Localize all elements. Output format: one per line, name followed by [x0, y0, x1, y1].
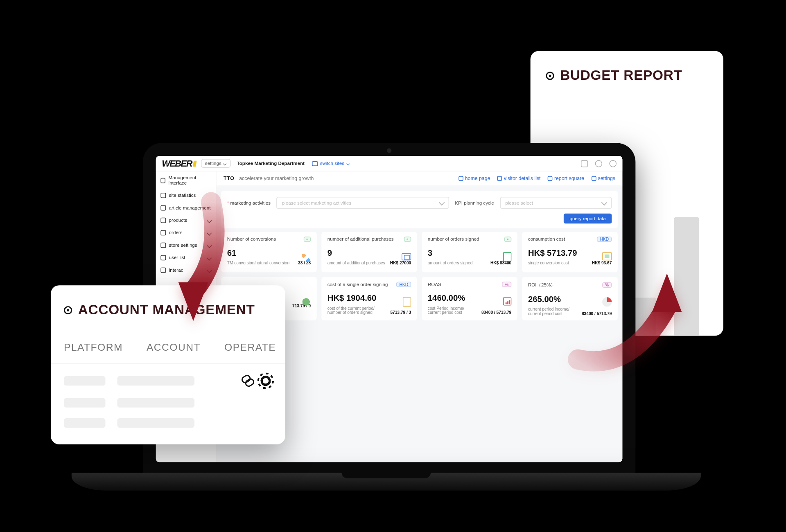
report-icon	[548, 176, 553, 181]
gear-icon[interactable]	[259, 374, 272, 388]
placeholder	[117, 376, 194, 385]
tto-badge: TTO	[224, 176, 235, 182]
person-coin-icon	[301, 297, 311, 307]
chevron-down-icon	[223, 162, 227, 165]
topbar: WEBER settings Topkee Marketing Departme…	[156, 156, 623, 171]
account-title: ACCOUNT MANAGEMENT	[78, 302, 255, 318]
sidebar-item-article[interactable]: article management	[156, 202, 216, 214]
money-icon	[602, 252, 612, 260]
box-icon	[160, 218, 166, 223]
card-additional: number of additional purchases▫ 9 amount…	[321, 232, 417, 273]
home-icon	[458, 176, 463, 181]
placeholder	[64, 376, 105, 385]
card-roi: ROI（25%）% 265.00% current period income/…	[522, 277, 617, 320]
card-value: HK$ 1904.60	[328, 293, 411, 302]
count-tag: ▫	[504, 237, 511, 242]
logo: WEBER	[162, 158, 196, 169]
count-tag: ▫	[404, 237, 411, 242]
chevron-down-icon	[207, 230, 212, 235]
link-reports[interactable]: report square	[548, 176, 584, 182]
card-value: HK$ 5713.79	[528, 248, 612, 257]
link-icon[interactable]	[242, 374, 255, 388]
bullet-icon	[546, 71, 554, 79]
table-row	[64, 418, 272, 428]
monitor-icon	[312, 161, 318, 166]
account-headers: PLATFORM ACCOUNT OPERATE	[64, 342, 272, 354]
card-single-order: cost of a single order signingHKD HK$ 19…	[321, 277, 417, 320]
sidebar-item-products[interactable]: products	[156, 214, 216, 226]
card-value: 1460.00%	[428, 293, 511, 302]
laptop-base	[72, 473, 701, 491]
gear-icon[interactable]	[610, 160, 617, 167]
gear-icon	[592, 176, 596, 181]
link-home[interactable]: home page	[458, 176, 490, 182]
sidebar-item-orders[interactable]: orders	[156, 227, 216, 239]
bullet-icon	[64, 306, 72, 314]
sidebar-item-interac[interactable]: interac	[156, 264, 216, 276]
settings-label: settings	[205, 161, 221, 166]
placeholder	[64, 398, 105, 408]
card-consumption: consumption costHKD HK$ 5713.79 single c…	[522, 232, 617, 273]
link-visitors[interactable]: visitor details list	[497, 176, 541, 182]
switch-sites-label: switch sites	[320, 161, 344, 166]
sidebar-item-userlist[interactable]: user list	[156, 251, 216, 264]
home-icon	[160, 178, 165, 183]
settings-dropdown[interactable]: settings	[201, 159, 231, 168]
th-account: ACCOUNT	[147, 342, 201, 354]
help-icon[interactable]	[595, 160, 602, 167]
chevron-down-icon	[207, 218, 212, 223]
card-conversions: Number of conversions▫ 61 TM conversion/…	[221, 232, 316, 273]
pct-tag: %	[602, 282, 612, 288]
cart-icon	[402, 253, 411, 260]
divider	[51, 363, 285, 363]
chart-icon	[160, 193, 166, 198]
interact-icon	[160, 268, 166, 273]
budget-title: BUDGET REPORT	[560, 68, 682, 83]
placeholder	[117, 418, 194, 428]
share-icon[interactable]	[581, 160, 588, 167]
query-button[interactable]: query report data	[564, 214, 612, 224]
bar	[674, 217, 699, 336]
store-icon	[160, 243, 166, 248]
rings-icon	[300, 252, 311, 263]
card-roas: ROAS% 1460.00% cost Period income/ curre…	[422, 277, 517, 320]
pie-icon	[602, 297, 612, 307]
kpi-select[interactable]: please select	[500, 197, 612, 209]
contract-icon	[403, 297, 411, 307]
sidebar-item-management[interactable]: Management interface	[156, 171, 216, 189]
placeholder	[64, 418, 105, 428]
chevron-down-icon	[207, 255, 212, 260]
link-settings[interactable]: settings	[592, 176, 615, 182]
tagline: accelerate your marketing growth	[239, 176, 314, 182]
org-name: Topkee Marketing Department	[237, 161, 305, 166]
bag-icon	[160, 230, 166, 235]
card-orders: number of orders signed▫ 3 amount of ord…	[422, 232, 517, 273]
card-value: 3	[428, 248, 511, 257]
marketing-select[interactable]: please select marketing activities	[277, 197, 449, 209]
doc-check-icon	[503, 252, 511, 261]
chevron-down-icon	[207, 243, 212, 248]
sidebar-item-store[interactable]: store settings	[156, 239, 216, 251]
marketing-label: marketing activities	[227, 200, 271, 205]
table-row	[64, 398, 272, 408]
hkd-tag: HKD	[396, 282, 411, 287]
barchart-icon	[503, 297, 511, 305]
table-row	[64, 374, 272, 388]
user-icon	[160, 255, 166, 260]
pct-tag: %	[502, 282, 512, 287]
camera-dot	[387, 148, 392, 153]
th-operate: OPERATE	[224, 342, 276, 354]
hkd-tag: HKD	[597, 237, 612, 242]
account-management-card: ACCOUNT MANAGEMENT PLATFORM ACCOUNT OPER…	[51, 285, 285, 444]
sidebar-item-stats[interactable]: site statistics	[156, 189, 216, 201]
list-icon	[497, 176, 502, 181]
card-value: 265.00%	[528, 294, 612, 304]
chevron-down-icon	[207, 268, 212, 273]
card-value: 9	[328, 248, 411, 257]
subheader: TTO accelerate your marketing growth hom…	[217, 171, 623, 186]
filters-panel: marketing activities please select marke…	[221, 191, 618, 228]
kpi-label: KPI planning cycle	[455, 200, 494, 205]
card-value: 61	[227, 248, 311, 257]
th-platform: PLATFORM	[64, 342, 123, 354]
switch-sites-link[interactable]: switch sites	[312, 161, 350, 166]
